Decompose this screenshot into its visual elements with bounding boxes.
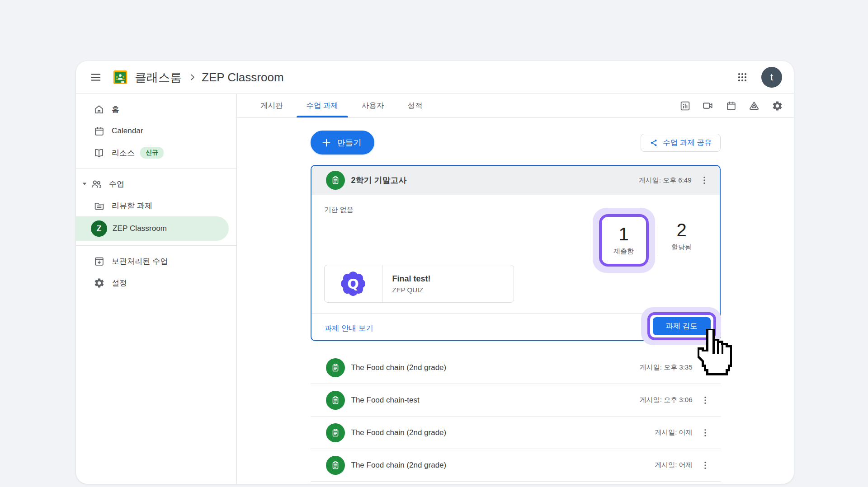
tab-people[interactable]: 사용자 (350, 94, 396, 117)
new-badge: 신규 (140, 147, 164, 159)
assignment-row-menu-button[interactable] (696, 359, 714, 377)
classroom-home-link[interactable]: 클래스룸 (113, 70, 182, 85)
gear-icon (93, 277, 105, 289)
tab-toolbar (679, 94, 794, 117)
sidebar-divider (76, 245, 236, 246)
sidebar-label-archived: 보관처리된 수업 (112, 256, 168, 267)
assigned-stat[interactable]: 2 할당됨 (662, 221, 701, 252)
classroom-logo-icon (113, 70, 127, 84)
sidebar-label-calendar: Calendar (112, 126, 143, 136)
course-avatar: Z (91, 220, 107, 237)
sidebar-item-resources[interactable]: 리소스 신규 (76, 142, 236, 164)
sidebar-divider (76, 168, 236, 169)
assignment-title: 2학기 기말고사 (351, 175, 407, 186)
assignment-list: The Food chain (2nd grade) 게시일: 오후 3:35 … (311, 351, 721, 482)
actions-row: 만들기 수업 과제 공유 (311, 131, 721, 155)
app-header: 클래스룸 ZEP Classroom t (76, 61, 794, 94)
share-button-label: 수업 과제 공유 (663, 138, 712, 148)
assignment-row-title: The Food chain-test (351, 396, 420, 405)
zep-quiz-logo-icon: Q (325, 265, 382, 302)
folder-icon (93, 200, 105, 211)
tab-classwork[interactable]: 수업 과제 (295, 94, 350, 117)
assignment-icon (326, 456, 345, 475)
google-apps-button[interactable] (733, 68, 751, 86)
assignment-row-date: 게시일: 어제 (655, 428, 692, 437)
plus-icon (321, 138, 331, 148)
view-instructions-link[interactable]: 과제 안내 보기 (325, 323, 373, 333)
gradebook-icon[interactable] (679, 100, 691, 112)
brand-name[interactable]: 클래스룸 (135, 70, 182, 85)
breadcrumb-chevron-icon (188, 73, 197, 82)
assignment-row-date: 게시일: 어제 (655, 461, 692, 469)
assigned-label: 할당됨 (671, 243, 692, 252)
sidebar-item-to-review[interactable]: 리뷰할 과제 (76, 195, 236, 216)
assignment-row-title: The Food chain (2nd grade) (351, 461, 447, 470)
home-icon (93, 103, 105, 115)
assignment-row-menu-button[interactable] (696, 424, 714, 442)
assignment-icon (326, 423, 345, 442)
settings-gear-icon[interactable] (771, 100, 783, 112)
archive-icon (93, 255, 105, 267)
sidebar-label-to-review: 리뷰할 과제 (112, 201, 152, 211)
assignment-row[interactable]: The Food chain (2nd grade) 게시일: 어제 (311, 417, 721, 449)
classwork-content: 만들기 수업 과제 공유 (237, 118, 794, 484)
assignment-posted-date: 게시일: 오후 6:49 (639, 176, 692, 185)
tab-stream[interactable]: 게시판 (249, 94, 295, 117)
stats-divider (658, 225, 658, 256)
assignment-icon (326, 358, 345, 377)
assignment-row[interactable]: The Food chain-test 게시일: 오후 3:06 (311, 384, 721, 417)
book-icon (93, 147, 105, 159)
submitted-label: 제출함 (613, 247, 634, 256)
assignment-row-title: The Food chain (2nd grade) (351, 428, 447, 437)
due-date-label: 기한 없음 (325, 206, 354, 214)
sidebar-label-settings: 설정 (112, 278, 127, 288)
submitted-count: 1 (618, 225, 628, 243)
sidebar-label-classes: 수업 (109, 179, 124, 189)
main-area: 게시판 수업 과제 사용자 성적 (237, 94, 794, 484)
sidebar-item-settings[interactable]: 설정 (76, 272, 236, 294)
assignment-icon (326, 171, 345, 190)
main-menu-button[interactable] (87, 68, 105, 86)
assignment-card-expanded: 2학기 기말고사 게시일: 오후 6:49 기한 없음 1 제출함 (311, 165, 721, 341)
calendar-icon[interactable] (725, 100, 737, 112)
review-highlight-ring: 과제 검토 (647, 312, 716, 340)
sidebar-item-home[interactable]: 홈 (76, 98, 236, 120)
drive-icon[interactable] (748, 100, 760, 112)
apps-grid-icon (737, 72, 748, 83)
assignment-row[interactable]: The Food chain (2nd grade) 게시일: 어제 (311, 449, 721, 482)
assigned-count: 2 (676, 221, 686, 239)
review-work-button[interactable]: 과제 검토 (653, 317, 711, 335)
account-avatar[interactable]: t (761, 67, 782, 88)
attachment-title: Final test! (392, 274, 431, 284)
attachment-type: ZEP QUIZ (392, 286, 431, 294)
sidebar-item-classes[interactable]: 수업 (76, 173, 236, 195)
share-icon (649, 138, 658, 147)
sidebar-item-zep-classroom[interactable]: Z ZEP Classroom (76, 216, 229, 241)
sidebar-item-calendar[interactable]: Calendar (76, 120, 236, 142)
attachment-texts: Final test! ZEP QUIZ (382, 274, 431, 294)
assignment-card-header[interactable]: 2학기 기말고사 게시일: 오후 6:49 (311, 166, 720, 195)
caret-down-icon[interactable] (81, 181, 88, 187)
assignment-row[interactable]: The Food chain (2nd grade) 게시일: 오후 3:35 (311, 351, 721, 384)
breadcrumb-course-name: ZEP Classroom (202, 70, 284, 84)
assignment-menu-button[interactable] (695, 171, 713, 189)
sidebar-label-zep-classroom: ZEP Classroom (113, 224, 167, 233)
sidebar-label-home: 홈 (112, 104, 119, 115)
submitted-stat[interactable]: 1 제출함 (599, 214, 649, 267)
share-classwork-button[interactable]: 수업 과제 공유 (641, 134, 720, 152)
sidebar: 홈 Calendar 리소스 신규 (76, 94, 237, 484)
tab-grades[interactable]: 성적 (396, 94, 434, 117)
assignment-row-title: The Food chain (2nd grade) (351, 363, 447, 372)
sidebar-item-archived[interactable]: 보관처리된 수업 (76, 250, 236, 272)
people-group-icon (90, 178, 102, 190)
assignment-icon (326, 391, 345, 410)
create-button[interactable]: 만들기 (311, 131, 374, 155)
assignment-row-menu-button[interactable] (696, 456, 714, 474)
video-camera-icon[interactable] (702, 100, 714, 112)
assignment-row-date: 게시일: 오후 3:06 (640, 396, 693, 404)
assignment-row-menu-button[interactable] (696, 391, 714, 409)
tab-bar: 게시판 수업 과제 사용자 성적 (237, 94, 794, 118)
sidebar-label-resources: 리소스 (112, 148, 135, 158)
quiz-attachment-card[interactable]: Q Final test! ZEP QUIZ (324, 265, 514, 303)
hamburger-icon (90, 71, 102, 83)
